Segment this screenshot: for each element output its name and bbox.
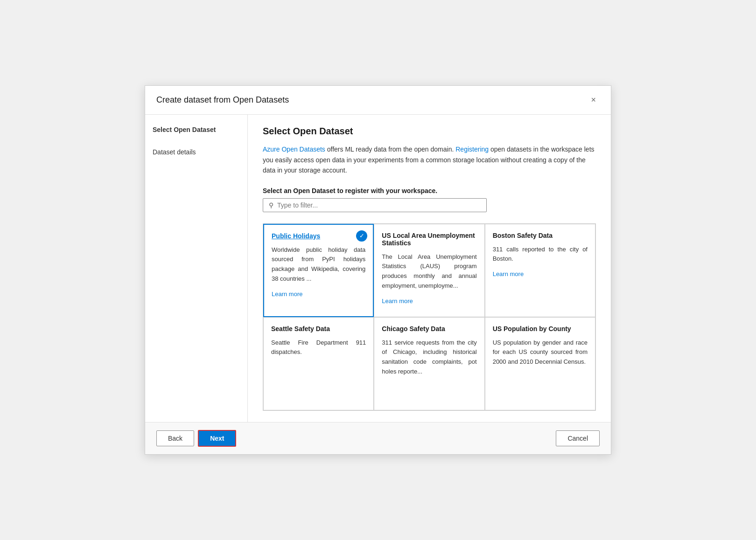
dialog-footer: Back Next Cancel — [145, 422, 611, 454]
card-desc-boston-safety: 311 calls reported to the city of Boston… — [493, 245, 588, 264]
card-title-seattle-safety: Seattle Safety Data — [271, 325, 366, 332]
card-chicago-safety[interactable]: Chicago Safety Data 311 service requests… — [374, 317, 484, 410]
card-us-unemployment[interactable]: US Local Area Unemployment Statistics Th… — [374, 224, 484, 317]
card-title-chicago-safety: Chicago Safety Data — [382, 325, 476, 332]
cancel-button[interactable]: Cancel — [556, 430, 600, 446]
card-public-holidays[interactable]: Public Holidays ✓ Worldwide public holid… — [263, 224, 374, 317]
card-desc-public-holidays: Worldwide public holiday data sourced fr… — [272, 245, 365, 284]
card-learn-more-us-unemployment[interactable]: Learn more — [382, 298, 413, 305]
card-title-public-holidays: Public Holidays — [272, 232, 365, 240]
next-button[interactable]: Next — [198, 430, 236, 447]
main-content: Select Open Dataset Azure Open Datasets … — [248, 115, 611, 422]
sidebar-item-select-open-dataset[interactable]: Select Open Dataset — [153, 126, 240, 133]
description: Azure Open Datasets offers ML ready data… — [263, 144, 596, 175]
sidebar: Select Open Dataset Dataset details — [145, 115, 248, 422]
card-title-boston-safety: Boston Safety Data — [493, 232, 588, 239]
dialog-body: Select Open Dataset Dataset details Sele… — [145, 115, 611, 422]
card-title-us-unemployment: US Local Area Unemployment Statistics — [382, 232, 476, 247]
sidebar-item-dataset-details[interactable]: Dataset details — [153, 148, 240, 156]
close-button[interactable]: × — [587, 93, 600, 107]
card-us-population[interactable]: US Population by County US population by… — [485, 317, 595, 410]
azure-open-datasets-link[interactable]: Azure Open Datasets — [263, 145, 325, 153]
card-seattle-safety[interactable]: Seattle Safety Data Seattle Fire Departm… — [263, 317, 374, 410]
registering-link[interactable]: Registering — [455, 145, 489, 153]
card-desc-chicago-safety: 311 service requests from the city of Ch… — [382, 338, 476, 377]
back-button[interactable]: Back — [156, 430, 194, 446]
selected-check-icon: ✓ — [356, 230, 367, 242]
card-desc-us-population: US population by gender and race for eac… — [493, 338, 588, 367]
dialog-title: Create dataset from Open Datasets — [156, 95, 289, 105]
card-desc-seattle-safety: Seattle Fire Department 911 dispatches. — [271, 338, 366, 358]
filter-input-wrapper: ⚲ — [263, 198, 487, 212]
card-learn-more-public-holidays[interactable]: Learn more — [272, 291, 302, 298]
card-desc-us-unemployment: The Local Area Unemployment Statistics (… — [382, 252, 476, 291]
card-title-us-population: US Population by County — [493, 325, 588, 332]
filter-input[interactable] — [277, 201, 481, 209]
card-boston-safety[interactable]: Boston Safety Data 311 calls reported to… — [485, 224, 595, 317]
section-title: Select Open Dataset — [263, 126, 596, 137]
card-learn-more-boston-safety[interactable]: Learn more — [493, 270, 524, 277]
create-dataset-dialog: Create dataset from Open Datasets × Sele… — [145, 85, 611, 454]
search-icon: ⚲ — [269, 201, 273, 209]
dataset-cards-grid: Public Holidays ✓ Worldwide public holid… — [263, 223, 596, 411]
dialog-header: Create dataset from Open Datasets × — [145, 86, 611, 115]
filter-label: Select an Open Dataset to register with … — [263, 187, 596, 194]
